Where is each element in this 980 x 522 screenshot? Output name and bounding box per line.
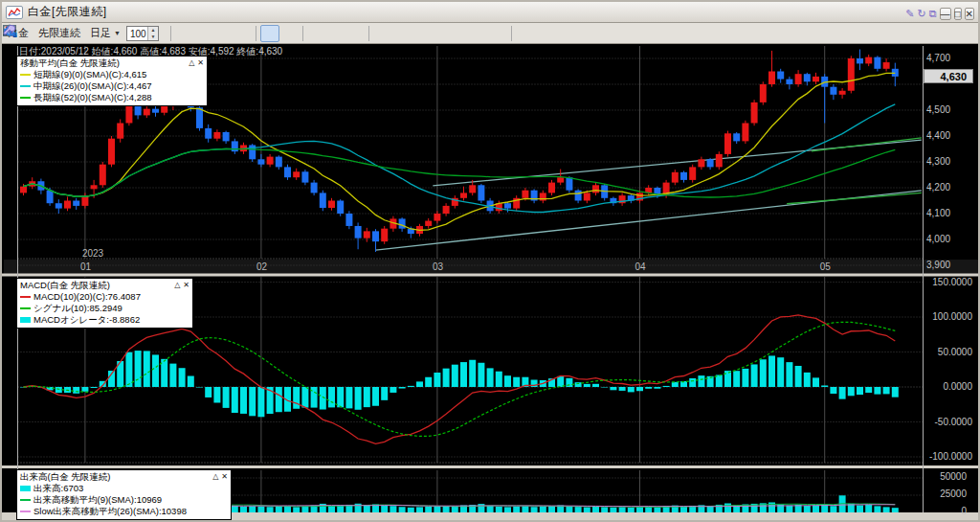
- macd-axis-label: -50.0000: [919, 417, 972, 427]
- legend-swatch: [20, 97, 31, 99]
- legend-text: シグナル(10):85.2949: [33, 303, 122, 314]
- legend-text: 長期線(52)(0)(SMA)(C):4,288: [33, 92, 152, 103]
- month-axis-label: 03: [433, 261, 443, 272]
- legend-swatch: [20, 307, 31, 309]
- legend-title: MACD(白金 先限連続): [20, 280, 171, 291]
- month-axis-label: 01: [80, 261, 91, 272]
- legend-title: 出来高(白金 先限連続): [20, 471, 210, 483]
- volume-axis-label: 50000: [913, 471, 967, 482]
- price-axis-label: 3,900: [926, 260, 950, 270]
- legend-text: MACD(10)(20)(C):76.4087: [33, 291, 141, 303]
- legend-collapse-icon[interactable]: △: [212, 471, 218, 483]
- price-axis-label: 4,300: [926, 156, 950, 167]
- legend-swatch: [20, 74, 31, 76]
- legend-text: 出来高移動平均(9)(SMA):10969: [33, 494, 162, 506]
- legend-row: Slow出来高移動平均(26)(SMA):10398: [20, 506, 228, 517]
- legend-volume[interactable]: 出来高(白金 先限連続)△✕出来高:6703出来高移動平均(9)(SMA):10…: [16, 469, 232, 520]
- legend-close-icon[interactable]: ✕: [197, 57, 204, 69]
- last-price-box: 4,630: [924, 69, 973, 83]
- macd-axis-label: 0.0000: [919, 381, 972, 392]
- legend-text: MACDオシレータ:-8.8862: [33, 314, 140, 326]
- legend-close-icon[interactable]: ✕: [221, 471, 228, 483]
- legend-row: MACDオシレータ:-8.8862: [20, 314, 189, 326]
- legend-close-icon[interactable]: ✕: [183, 280, 189, 291]
- volume-axis-label: 25000: [913, 488, 967, 499]
- macd-axis-label: 50.0000: [919, 347, 972, 357]
- legend-text: 中期線(26)(0)(SMA)(C):4,467: [33, 80, 152, 92]
- legend-row: 長期線(52)(0)(SMA)(C):4,288: [20, 92, 204, 103]
- price-axis-label: 4,200: [926, 182, 950, 193]
- price-axis-label: 4,100: [926, 208, 950, 218]
- legend-collapse-icon[interactable]: △: [189, 57, 194, 69]
- legend-title: 移動平均(白金 先限連続): [20, 57, 186, 69]
- legend-row: 短期線(9)(0)(SMA)(C):4,615: [20, 69, 204, 80]
- legend-swatch: [20, 486, 31, 491]
- legend-macd[interactable]: MACD(白金 先限連続)△✕MACD(10)(20)(C):76.4087シグ…: [16, 278, 193, 329]
- price-axis-label: 4,400: [926, 130, 950, 141]
- price-axis-label: 4,000: [926, 234, 950, 244]
- macd-axis-label: 150.0000: [919, 277, 972, 287]
- volume-axis-label: 0: [913, 506, 967, 516]
- macd-axis-label: 100.0000: [919, 311, 972, 322]
- legend-collapse-icon[interactable]: △: [174, 280, 180, 291]
- chart-window: 白金[先限連続] ✎↻⧉—□✕ 白金 先限連続 日足 ▼ 100 ▲▼ 1234…: [0, 0, 980, 522]
- legend-text: Slow出来高移動平均(26)(SMA):10398: [33, 506, 187, 517]
- macd-axis-label: -100.0000: [919, 451, 972, 462]
- month-axis-label: 02: [256, 261, 267, 272]
- year-axis-label: 2023: [82, 248, 103, 259]
- month-axis-label: 04: [635, 261, 646, 272]
- legend-row: 出来高:6703: [20, 483, 228, 494]
- legend-text: 出来高:6703: [33, 483, 83, 494]
- price-axis-label: 4,500: [926, 104, 950, 115]
- legend-ma[interactable]: 移動平均(白金 先限連続)△✕短期線(9)(0)(SMA)(C):4,615中期…: [16, 56, 208, 106]
- legend-row: 中期線(26)(0)(SMA)(C):4,467: [20, 80, 204, 92]
- legend-row: 出来高移動平均(9)(SMA):10969: [20, 494, 228, 506]
- legend-text: 短期線(9)(0)(SMA)(C):4,615: [33, 69, 146, 80]
- legend-swatch: [20, 85, 31, 87]
- legend-swatch: [20, 317, 31, 323]
- price-axis-label: 4,700: [926, 53, 950, 63]
- month-axis-label: 05: [820, 261, 831, 272]
- legend-swatch: [20, 499, 31, 501]
- legend-row: シグナル(10):85.2949: [20, 303, 189, 314]
- legend-row: MACD(10)(20)(C):76.4087: [20, 291, 189, 303]
- legend-swatch: [20, 296, 31, 298]
- legend-swatch: [20, 511, 31, 512]
